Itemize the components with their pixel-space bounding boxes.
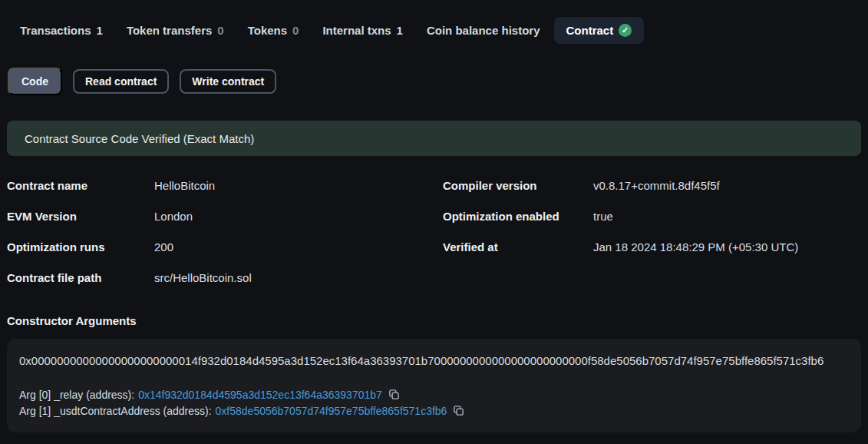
tab-label: Transactions	[20, 24, 91, 37]
subtab-write-contract[interactable]: Write contract	[180, 69, 276, 94]
constructor-arguments-raw-hex: 0x00000000000000000000000014f932d0184d45…	[19, 354, 849, 367]
constructor-arguments-panel: 0x00000000000000000000000014f932d0184d45…	[7, 339, 861, 432]
contract-file-path-value: src/HelloBitcoin.sol	[154, 271, 443, 285]
verified-at-label: Verified at	[443, 240, 593, 254]
check-circle-icon: ✓	[619, 24, 632, 37]
contract-page-tabs: Transactions 1 Token transfers 0 Tokens …	[0, 0, 868, 44]
arg-label: Arg [0] _relay (address):	[19, 389, 134, 401]
tab-count: 0	[217, 24, 223, 37]
tab-internal-txns[interactable]: Internal txns 1	[322, 24, 403, 37]
arg-address-link[interactable]: 0x14f932d0184d4595a3d152ec13f64a36393701…	[138, 389, 382, 401]
contract-info-grid: Contract name HelloBitcoin Compiler vers…	[7, 179, 868, 285]
contract-name-value: HelloBitcoin	[154, 179, 443, 193]
tab-label: Coin balance history	[427, 24, 540, 37]
contract-file-path-label: Contract file path	[7, 271, 154, 285]
subtab-read-contract[interactable]: Read contract	[73, 69, 169, 94]
contract-name-label: Contract name	[7, 179, 154, 193]
tab-label: Tokens	[248, 24, 287, 37]
arg-label: Arg [1] _usdtContractAddress (address):	[19, 405, 212, 417]
tab-count: 1	[397, 24, 403, 37]
copy-icon[interactable]	[453, 405, 464, 416]
constructor-arguments-list: Arg [0] _relay (address): 0x14f932d0184d…	[19, 386, 849, 419]
verification-banner-text: Contract Source Code Verified (Exact Mat…	[25, 132, 254, 145]
tab-tokens[interactable]: Tokens 0	[248, 24, 299, 37]
tab-transactions[interactable]: Transactions 1	[20, 24, 103, 37]
compiler-version-label: Compiler version	[443, 179, 593, 193]
constructor-arg-row: Arg [1] _usdtContractAddress (address): …	[19, 403, 849, 419]
evm-version-label: EVM Version	[7, 210, 154, 224]
tab-label: Contract	[566, 24, 614, 37]
constructor-arg-row: Arg [0] _relay (address): 0x14f932d0184d…	[19, 386, 849, 403]
verification-banner: Contract Source Code Verified (Exact Mat…	[7, 121, 861, 156]
optimization-runs-value: 200	[154, 240, 443, 254]
verified-at-value: Jan 18 2024 18:48:29 PM (+05:30 UTC)	[593, 240, 868, 254]
tab-coin-balance-history[interactable]: Coin balance history	[427, 24, 540, 37]
tab-count: 1	[97, 24, 103, 37]
copy-icon[interactable]	[388, 389, 400, 400]
tab-contract[interactable]: Contract ✓	[554, 17, 645, 44]
optimization-enabled-label: Optimization enabled	[443, 210, 593, 224]
optimization-enabled-value: true	[593, 210, 868, 224]
tab-label: Token transfers	[127, 24, 212, 37]
tab-count: 0	[292, 24, 299, 37]
compiler-version-value: v0.8.17+commit.8df45f5f	[593, 179, 868, 193]
tab-label: Internal txns	[322, 24, 391, 37]
constructor-arguments-title: Constructor Arguments	[7, 314, 868, 327]
evm-version-value: London	[154, 210, 443, 224]
optimization-runs-label: Optimization runs	[7, 240, 154, 254]
arg-address-link[interactable]: 0xf58de5056b7057d74f957e75bffe865f571c3f…	[216, 405, 447, 417]
subtab-code[interactable]: Code	[8, 68, 62, 95]
tab-token-transfers[interactable]: Token transfers 0	[127, 24, 224, 37]
contract-subtabs: Code Read contract Write contract	[0, 44, 868, 95]
